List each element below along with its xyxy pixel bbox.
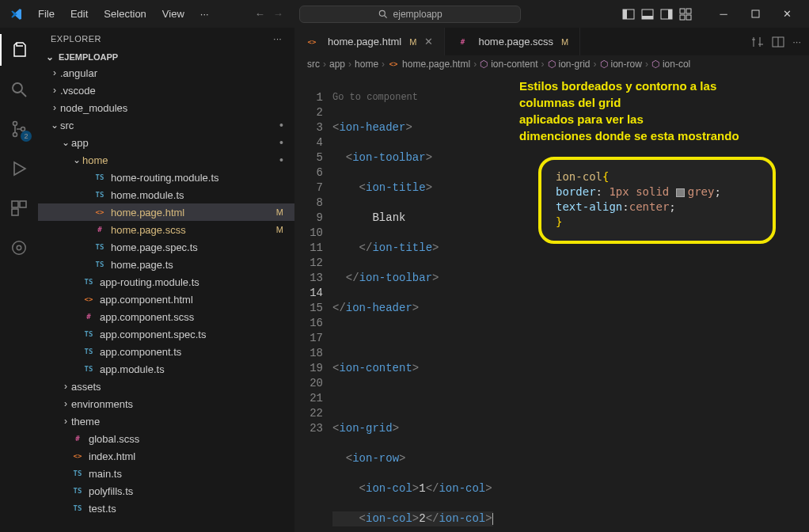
layout-icon[interactable] [660, 8, 673, 21]
tree-file[interactable]: #global.scss [38, 430, 294, 447]
tree-label: app-routing.module.ts [100, 276, 199, 288]
tree-folder-environments[interactable]: ›environments [38, 395, 294, 412]
tree-label: main.ts [89, 468, 122, 480]
vscode-logo-icon [9, 7, 24, 21]
svg-marker-18 [14, 162, 25, 175]
command-center[interactable]: ejemploapp [299, 6, 521, 23]
close-icon[interactable]: ✕ [424, 36, 433, 48]
tree-file[interactable]: #app.component.scss [38, 308, 294, 325]
tree-file[interactable]: TSapp-routing.module.ts [38, 273, 294, 291]
activity-bar: 2 [0, 28, 38, 532]
tab-home-page-scss[interactable]: # home.page.scss M [445, 28, 580, 55]
code-editor[interactable]: 1234567891011121314151617181920212223 Go… [294, 73, 809, 532]
ts-file-icon: TS [82, 345, 95, 358]
layout-icon[interactable] [641, 8, 654, 21]
explorer-more-icon[interactable]: ··· [273, 34, 282, 44]
tree-folder-assets[interactable]: ›assets [38, 378, 294, 395]
html-file-icon: <> [71, 450, 84, 462]
breadcrumb-item[interactable]: ion-content [491, 59, 537, 70]
git-dot-icon: • [279, 119, 287, 131]
tree-folder-theme[interactable]: ›theme [38, 412, 294, 430]
tree-file[interactable]: TStest.ts [38, 500, 294, 517]
tree-file-selected[interactable]: <>home.page.htmlM [38, 203, 294, 221]
activity-run-debug-icon[interactable] [0, 153, 38, 184]
tree-folder-app[interactable]: ⌄app• [38, 134, 294, 151]
tab-more-icon[interactable]: ··· [792, 36, 801, 48]
explorer-section[interactable]: ⌄ EJEMPLOAPP [38, 50, 294, 64]
svg-rect-5 [642, 16, 653, 19]
titlebar: File Edit Selection View ··· ← → ejemplo… [0, 0, 809, 28]
tree-file[interactable]: #home.page.scssM [38, 221, 294, 238]
menu-more[interactable]: ··· [194, 5, 215, 23]
svg-rect-19 [12, 201, 18, 207]
tree-folder-nodemodules[interactable]: ›node_modules [38, 99, 294, 116]
activity-search-icon[interactable] [0, 74, 38, 105]
layout-icon[interactable] [622, 8, 635, 21]
git-modified-badge: M [276, 225, 287, 234]
ts-file-icon: TS [82, 363, 95, 375]
tree-file[interactable]: TShome-routing.module.ts [38, 169, 294, 186]
tree-file[interactable]: <>index.html [38, 447, 294, 465]
breadcrumb-item[interactable]: ion-row [611, 59, 642, 70]
tree-file[interactable]: TShome.page.ts [38, 256, 294, 273]
explorer-section-label: EJEMPLOAPP [59, 52, 118, 62]
tree-folder-vscode[interactable]: ›.vscode [38, 82, 294, 99]
svg-point-15 [13, 122, 17, 126]
window-maximize-button[interactable] [739, 2, 771, 26]
svg-point-16 [13, 133, 17, 137]
annotation-overlay: Estilos bordeados y contorno a las colum… [515, 73, 800, 244]
tab-label: home.page.scss [478, 36, 553, 48]
ts-file-icon: TS [93, 188, 106, 201]
layout-customize-icon[interactable] [679, 8, 692, 21]
html-file-icon: <> [93, 206, 106, 218]
activity-source-control-icon[interactable]: 2 [0, 113, 38, 145]
nav-back-icon[interactable]: ← [255, 8, 265, 20]
menu-edit[interactable]: Edit [64, 5, 94, 23]
activity-explorer-icon[interactable] [0, 34, 38, 66]
breadcrumb-item[interactable]: home [355, 59, 378, 70]
tree-label: app.module.ts [100, 363, 165, 375]
activity-extensions-icon[interactable] [0, 192, 38, 224]
breadcrumb-item[interactable]: ion-col [663, 59, 690, 70]
menubar: File Edit Selection View ··· [32, 5, 215, 23]
breadcrumb-item[interactable]: src [307, 59, 320, 70]
tree-label: .angular [60, 67, 97, 79]
ts-file-icon: TS [71, 484, 84, 497]
tab-home-page-html[interactable]: <> home.page.html M ✕ [294, 28, 445, 55]
git-modified-badge: M [276, 207, 287, 217]
tree-file[interactable]: TShome.module.ts [38, 186, 294, 203]
file-tree: ›.angular ›.vscode ›node_modules ⌄src• ⌄… [38, 64, 294, 532]
menu-file[interactable]: File [32, 5, 61, 23]
tree-label: src [60, 120, 74, 131]
compare-icon[interactable] [751, 36, 764, 48]
menu-view[interactable]: View [156, 5, 191, 23]
tree-file[interactable]: TSapp.component.spec.ts [38, 325, 294, 343]
tree-file[interactable]: <>app.component.html [38, 291, 294, 308]
svg-point-13 [13, 83, 22, 93]
split-editor-icon[interactable] [772, 36, 784, 48]
window-close-button[interactable]: ✕ [771, 2, 803, 26]
tree-folder-src[interactable]: ⌄src• [38, 116, 294, 134]
tree-folder-home[interactable]: ⌄home• [38, 151, 294, 169]
tree-file[interactable]: TSapp.component.ts [38, 343, 294, 360]
tree-file[interactable]: TSapp.module.ts [38, 360, 294, 378]
svg-rect-20 [20, 201, 26, 207]
svg-rect-7 [668, 10, 672, 19]
code-content[interactable]: Go to component <ion-header> <ion-toolba… [332, 73, 493, 532]
window-minimize-button[interactable]: ─ [708, 2, 739, 26]
breadcrumb-item[interactable]: app [329, 59, 345, 70]
breadcrumbs[interactable]: src› app› home› <> home.page.html› ⬡ion-… [294, 55, 809, 73]
svg-rect-3 [623, 10, 627, 19]
git-modified-badge: M [409, 37, 416, 47]
tree-folder-angular[interactable]: ›.angular [38, 64, 294, 82]
breadcrumb-item[interactable]: home.page.html [402, 59, 470, 70]
breadcrumb-item[interactable]: ion-grid [559, 59, 591, 70]
ts-file-icon: TS [71, 467, 84, 480]
nav-forward-icon[interactable]: → [273, 8, 283, 20]
tree-file[interactable]: TSpolyfills.ts [38, 482, 294, 500]
tree-file[interactable]: TShome.page.spec.ts [38, 238, 294, 256]
menu-selection[interactable]: Selection [97, 5, 152, 23]
tree-label: home-routing.module.ts [111, 172, 219, 184]
activity-extra-icon[interactable] [0, 232, 38, 264]
tree-file[interactable]: TSmain.ts [38, 465, 294, 482]
